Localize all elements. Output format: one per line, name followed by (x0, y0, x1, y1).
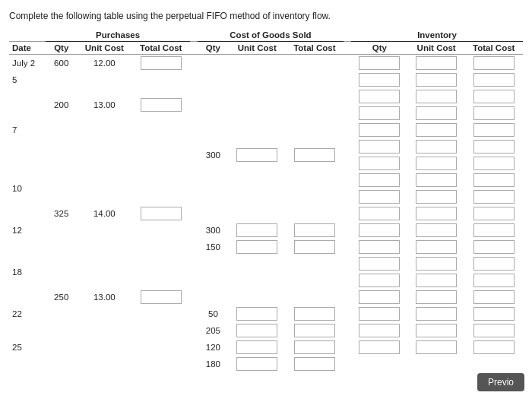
inv-unit-cost-cell[interactable] (408, 222, 465, 239)
inv-total-cost-cell[interactable] (465, 239, 524, 255)
inv-total-cost-cell[interactable] (465, 255, 524, 272)
inv-total-cost-input[interactable] (473, 324, 515, 337)
gs-total-cost-cell[interactable] (286, 222, 344, 239)
inv-qty-cell[interactable] (351, 239, 408, 255)
inv-qty-cell[interactable] (351, 289, 408, 305)
inv-qty-cell[interactable] (351, 55, 408, 72)
gs-unit-cost-cell[interactable] (229, 138, 286, 172)
purchase-total-cost-cell[interactable] (132, 289, 190, 305)
inv-total-cost-input[interactable] (473, 90, 515, 103)
inv-unit-cost-input[interactable] (416, 90, 457, 103)
inv-total-cost-cell[interactable] (465, 71, 524, 88)
inv-unit-cost-cell[interactable] (408, 339, 465, 356)
inv-qty-input[interactable] (359, 340, 400, 354)
inv-total-cost-input[interactable] (473, 173, 515, 187)
gs-total-cost-cell[interactable] (286, 138, 344, 172)
inv-qty-cell[interactable] (351, 305, 408, 322)
inv-unit-cost-cell[interactable] (408, 88, 465, 105)
inv-qty-input[interactable] (359, 307, 400, 321)
inv-unit-cost-cell[interactable] (408, 71, 465, 88)
previous-button[interactable]: Previo (477, 373, 524, 391)
inv-unit-cost-cell[interactable] (408, 172, 465, 188)
inv-total-cost-input[interactable] (473, 56, 515, 70)
purchase-total-cost-cell[interactable] (132, 88, 190, 122)
inv-total-cost-cell[interactable] (465, 172, 524, 188)
inv-unit-cost-cell[interactable] (408, 272, 465, 289)
inv-total-cost-cell[interactable] (465, 55, 524, 72)
inv-unit-cost-cell[interactable] (408, 289, 465, 305)
purchase-total-cost-cell[interactable] (132, 205, 190, 222)
inv-total-cost-input[interactable] (473, 240, 515, 254)
purchase-total-cost-cell[interactable] (132, 55, 190, 72)
inv-total-cost-cell[interactable] (465, 322, 524, 339)
inv-qty-cell[interactable] (351, 105, 408, 122)
gs-unit-cost-cell[interactable] (229, 222, 286, 239)
inv-total-cost-input[interactable] (473, 307, 515, 321)
inv-unit-cost-cell[interactable] (408, 239, 465, 255)
inv-qty-cell[interactable] (351, 138, 408, 155)
inv-qty-cell[interactable] (351, 71, 408, 88)
inv-qty-cell[interactable] (351, 339, 408, 356)
gs-unit-cost-cell[interactable] (229, 305, 286, 322)
inv-unit-cost-input[interactable] (416, 307, 457, 321)
inv-unit-cost-input[interactable] (416, 173, 457, 187)
inv-unit-cost-cell[interactable] (408, 138, 465, 155)
inv-qty-cell[interactable] (351, 255, 408, 272)
gs-total-cost-input[interactable] (294, 340, 335, 354)
inv-total-cost-input[interactable] (473, 73, 515, 87)
inv-unit-cost-input[interactable] (416, 56, 457, 70)
gs-unit-cost-input[interactable] (236, 307, 277, 321)
gs-total-cost-input[interactable] (294, 223, 335, 237)
inv-qty-input[interactable] (359, 90, 400, 103)
purchase-total-input[interactable] (141, 290, 182, 304)
inv-total-cost-cell[interactable] (465, 138, 524, 155)
inv-total-cost-cell[interactable] (465, 305, 524, 322)
inv-total-cost-input[interactable] (473, 157, 515, 170)
gs-total-cost-input[interactable] (294, 307, 335, 321)
inv-total-cost-cell[interactable] (465, 205, 524, 222)
inv-qty-input[interactable] (359, 207, 400, 220)
gs-unit-cost-cell[interactable] (229, 356, 286, 372)
inv-qty-input[interactable] (359, 223, 400, 237)
inv-qty-input[interactable] (359, 173, 400, 187)
gs-total-cost-input[interactable] (294, 240, 335, 254)
inv-qty-input[interactable] (359, 140, 400, 154)
inv-qty-cell[interactable] (351, 155, 408, 172)
purchase-total-input[interactable] (141, 207, 182, 220)
gs-unit-cost-input[interactable] (236, 240, 277, 254)
inv-qty-cell[interactable] (351, 222, 408, 239)
inv-unit-cost-cell[interactable] (408, 155, 465, 172)
inv-total-cost-input[interactable] (473, 274, 515, 287)
gs-unit-cost-input[interactable] (236, 340, 277, 354)
inv-qty-input[interactable] (359, 257, 400, 271)
gs-unit-cost-input[interactable] (236, 223, 277, 237)
inv-unit-cost-cell[interactable] (408, 188, 465, 205)
inv-total-cost-cell[interactable] (465, 272, 524, 289)
gs-total-cost-input[interactable] (294, 148, 335, 162)
inv-unit-cost-input[interactable] (416, 257, 457, 271)
gs-total-cost-cell[interactable] (286, 239, 344, 255)
inv-unit-cost-input[interactable] (416, 123, 457, 137)
inv-unit-cost-input[interactable] (416, 207, 457, 220)
gs-unit-cost-cell[interactable] (229, 239, 286, 255)
inv-qty-input[interactable] (359, 190, 400, 204)
inv-total-cost-input[interactable] (473, 140, 515, 154)
gs-total-cost-input[interactable] (294, 324, 335, 337)
inv-unit-cost-cell[interactable] (408, 205, 465, 222)
inv-qty-cell[interactable] (351, 188, 408, 205)
inv-total-cost-input[interactable] (473, 257, 515, 271)
gs-unit-cost-input[interactable] (236, 357, 277, 371)
inv-qty-input[interactable] (359, 324, 400, 337)
inv-total-cost-input[interactable] (473, 207, 515, 220)
inv-total-cost-input[interactable] (473, 340, 515, 354)
inv-total-cost-cell[interactable] (465, 188, 524, 205)
inv-total-cost-cell[interactable] (465, 105, 524, 122)
gs-total-cost-cell[interactable] (286, 356, 344, 372)
inv-unit-cost-input[interactable] (416, 106, 457, 120)
inv-unit-cost-cell[interactable] (408, 55, 465, 72)
gs-unit-cost-cell[interactable] (229, 339, 286, 356)
inv-qty-cell[interactable] (351, 205, 408, 222)
inv-qty-input[interactable] (359, 123, 400, 137)
inv-qty-input[interactable] (359, 73, 400, 87)
inv-qty-input[interactable] (359, 240, 400, 254)
